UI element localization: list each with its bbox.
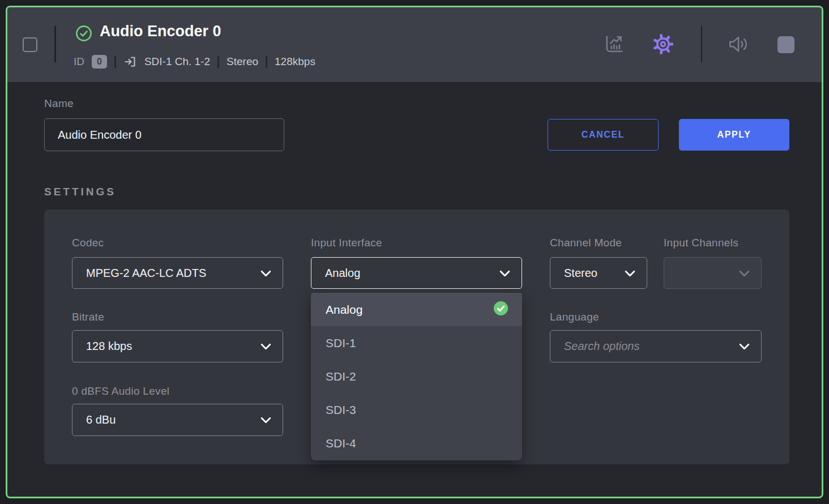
encoder-title: Audio Encoder 0 — [100, 23, 221, 40]
option-sdi-2[interactable]: SDI-2 — [311, 360, 522, 393]
language-placeholder: Search options — [564, 340, 639, 353]
header-bar: Audio Encoder 0 ID 0 SDI-1 Ch. 1-2 Stere… — [7, 7, 822, 82]
language-label: Language — [550, 311, 599, 323]
chevron-down-icon — [739, 267, 750, 280]
input-channels-label: Input Channels — [664, 237, 738, 249]
header-divider — [701, 26, 702, 62]
codec-select[interactable]: MPEG-2 AAC-LC ADTS — [72, 257, 283, 289]
bitrate-select[interactable]: 128 kbps — [72, 330, 283, 362]
audio-level-label: 0 dBFS Audio Level — [72, 385, 169, 398]
option-label: SDI-3 — [326, 403, 356, 417]
status-check-icon — [75, 25, 92, 42]
chevron-down-icon — [260, 413, 271, 426]
cancel-button[interactable]: CANCEL — [548, 119, 659, 151]
input-channels-select — [664, 257, 762, 289]
id-label: ID — [74, 55, 84, 68]
bitrate-value: 128 kbps — [86, 340, 132, 353]
encoder-body: Name CANCEL APPLY SETTINGS Codec MPEG-2 … — [7, 82, 822, 497]
input-interface-dropdown-menu: Analog SDI-1 SDI-2 — [311, 293, 522, 460]
divider — [114, 56, 116, 68]
chevron-down-icon — [499, 267, 510, 280]
encoder-card: Audio Encoder 0 ID 0 SDI-1 Ch. 1-2 Stere… — [6, 6, 823, 498]
chevron-down-icon — [260, 267, 271, 280]
channel-mode-value: Stereo — [564, 267, 597, 280]
source-summary: SDI-1 Ch. 1-2 — [144, 55, 210, 68]
divider — [266, 56, 267, 68]
name-label: Name — [44, 97, 74, 110]
encoder-summary: ID 0 SDI-1 Ch. 1-2 Stereo 128kbps — [74, 53, 315, 70]
selected-check-icon — [493, 301, 508, 319]
chevron-down-icon — [260, 340, 271, 353]
option-sdi-3[interactable]: SDI-3 — [311, 393, 522, 426]
option-sdi-4[interactable]: SDI-4 — [311, 426, 522, 460]
codec-label: Codec — [72, 237, 104, 249]
channel-mode-summary: Stereo — [227, 55, 258, 68]
id-badge: 0 — [92, 55, 107, 69]
language-select[interactable]: Search options — [550, 330, 762, 362]
chevron-down-icon — [625, 267, 635, 280]
settings-panel: Codec MPEG-2 AAC-LC ADTS Input Interface… — [44, 210, 789, 464]
codec-value: MPEG-2 AAC-LC ADTS — [86, 267, 206, 280]
input-interface-select[interactable]: Analog — [311, 257, 522, 289]
bitrate-label: Bitrate — [72, 311, 104, 323]
stop-square-icon[interactable] — [777, 36, 794, 53]
apply-button[interactable]: APPLY — [679, 119, 789, 151]
option-label: Analog — [326, 303, 362, 317]
speaker-icon[interactable] — [727, 33, 749, 55]
divider — [217, 56, 219, 68]
chart-stats-icon[interactable] — [604, 33, 625, 55]
option-label: SDI-1 — [326, 336, 356, 350]
option-label: SDI-2 — [326, 370, 356, 383]
input-interface-label: Input Interface — [311, 237, 382, 249]
option-label: SDI-4 — [326, 437, 356, 450]
settings-section-title: SETTINGS — [44, 186, 116, 198]
input-source-icon — [123, 55, 137, 69]
audio-level-value: 6 dBu — [86, 413, 116, 426]
option-sdi-1[interactable]: SDI-1 — [311, 326, 522, 360]
channel-mode-select[interactable]: Stereo — [550, 257, 647, 289]
select-encoder-checkbox[interactable] — [23, 37, 37, 52]
header-divider — [54, 26, 56, 62]
bitrate-summary: 128kbps — [275, 55, 315, 68]
option-analog[interactable]: Analog — [311, 293, 522, 326]
channel-mode-label: Channel Mode — [550, 237, 622, 249]
audio-level-select[interactable]: 6 dBu — [72, 404, 283, 436]
gear-icon[interactable] — [651, 32, 676, 57]
chevron-down-icon — [739, 340, 750, 353]
name-input[interactable] — [44, 118, 284, 151]
input-interface-value: Analog — [325, 267, 360, 280]
audio-encoder-page: Audio Encoder 0 ID 0 SDI-1 Ch. 1-2 Stere… — [0, 0, 829, 504]
